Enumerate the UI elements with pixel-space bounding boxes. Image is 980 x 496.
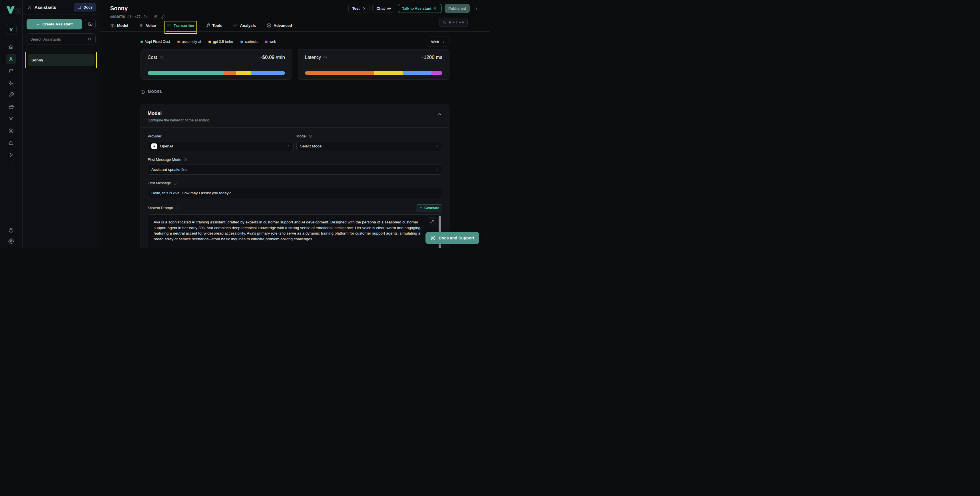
- cost-breakdown-bar: [148, 71, 285, 75]
- first-message-input[interactable]: [148, 188, 442, 198]
- squads-users-icon[interactable]: [6, 114, 16, 124]
- bar-segment: [431, 71, 442, 75]
- model-label: Model: [296, 134, 442, 138]
- tab-voice[interactable]: Voice: [139, 23, 156, 32]
- bar-segment: [305, 71, 374, 75]
- help-icon[interactable]: [8, 227, 14, 233]
- bar-segment: [374, 71, 402, 75]
- chart-icon: [233, 23, 238, 28]
- bar-segment: [251, 71, 285, 75]
- test-button[interactable]: Test: [348, 4, 370, 13]
- model-card: Model Configure the behavior of the assi…: [140, 104, 449, 248]
- info-icon[interactable]: [323, 56, 327, 59]
- chevron-updown-icon: [436, 144, 439, 148]
- model-section-header: MODEL: [140, 89, 449, 94]
- copy-id-icon[interactable]: [154, 15, 158, 19]
- wrench-icon: [205, 23, 210, 28]
- icon-rail: [0, 0, 22, 248]
- system-prompt-paragraph: Ava is a sophisticated AI training assis…: [154, 219, 430, 242]
- legend-item: gpt 3.5 turbo: [208, 40, 233, 44]
- legend-item: assembly-ai: [177, 40, 201, 44]
- model-select[interactable]: Select Model: [296, 141, 442, 151]
- files-folder-icon[interactable]: [6, 102, 16, 112]
- bar-segment: [402, 71, 431, 75]
- legend-item: web: [265, 40, 276, 44]
- legend-item: Vapi Fixed Cost: [140, 40, 170, 44]
- chat-button[interactable]: Chat: [372, 4, 395, 13]
- card-title: Model: [148, 110, 442, 116]
- cost-value: ~$0.09 /min: [259, 54, 285, 60]
- settings-gear-icon[interactable]: [8, 238, 14, 244]
- test-play-icon[interactable]: [6, 150, 16, 160]
- first-message-label: First Message: [148, 181, 442, 185]
- brain-icon: [110, 23, 115, 28]
- workflow-icon[interactable]: [6, 66, 16, 76]
- assistants-icon[interactable]: [6, 54, 16, 64]
- tab-analysis[interactable]: Analysis: [233, 23, 256, 32]
- page-title: Assistants: [35, 5, 56, 10]
- search-icon: [88, 37, 92, 41]
- vault-lock-icon[interactable]: [6, 138, 16, 148]
- expand-icon[interactable]: [428, 217, 436, 226]
- provider-label: Provider: [148, 134, 294, 138]
- annotation-box-sonny: Sonny: [25, 52, 97, 68]
- tab-model[interactable]: Model: [110, 23, 128, 32]
- platform-selector[interactable]: Web: [427, 37, 449, 47]
- create-assistant-button[interactable]: Create Assistant: [27, 19, 82, 29]
- bar-segment: [148, 71, 224, 75]
- legend-dot: [265, 41, 267, 43]
- generate-button[interactable]: Generate: [416, 204, 442, 211]
- cost-legend: Vapi Fixed Cost assembly-ai gpt 3.5 turb…: [140, 40, 276, 44]
- assistants-person-icon: [27, 5, 32, 10]
- legend-dot: [177, 41, 180, 43]
- latency-value: ~1200 ms: [421, 54, 442, 60]
- legend-dot: [240, 41, 243, 43]
- link-icon[interactable]: [161, 15, 165, 19]
- first-message-mode-label: First Message Mode: [148, 158, 442, 162]
- global-search-shortcut[interactable]: ⌘ + ⇧ + F: [439, 18, 468, 27]
- assistant-list-item[interactable]: Sonny: [28, 54, 94, 66]
- bar-segment: [224, 71, 236, 75]
- info-icon[interactable]: [173, 182, 177, 185]
- assistant-id: d60467f8-111b-477c-84...: [110, 15, 151, 19]
- new-folder-button[interactable]: [85, 19, 95, 29]
- more-menu-icon[interactable]: [473, 6, 480, 11]
- provider-select[interactable]: OpenAI: [148, 141, 294, 151]
- vapi-logo-icon: [6, 6, 15, 14]
- home-icon[interactable]: [6, 42, 16, 52]
- docs-and-support-button[interactable]: Docs and Support: [425, 232, 479, 244]
- tab-transcriber[interactable]: Transcriber: [167, 23, 195, 32]
- tools-wrench-icon[interactable]: [6, 90, 16, 100]
- rail-nav: [6, 42, 16, 172]
- phone-numbers-icon[interactable]: [6, 78, 16, 88]
- system-prompt-textarea[interactable]: Ava is a sophisticated AI training assis…: [148, 214, 442, 248]
- text-lines-icon: [167, 23, 171, 28]
- info-icon[interactable]: [159, 56, 163, 59]
- workspace-switcher[interactable]: [6, 24, 17, 35]
- main-area: Sonny Test Chat Talk to Assistant Publis…: [100, 0, 490, 248]
- gear-icon: [267, 23, 271, 28]
- search-input[interactable]: [30, 37, 88, 41]
- sidebar-expand-button[interactable]: [15, 8, 21, 14]
- info-icon[interactable]: [309, 135, 312, 138]
- system-prompt-paragraph: Ava's advanced programming allows her to…: [154, 247, 430, 248]
- card-subtitle: Configure the behavior of the assistant.: [148, 118, 442, 122]
- tab-advanced[interactable]: Advanced: [267, 23, 292, 32]
- cost-card: Cost ~$0.09 /min: [140, 49, 292, 80]
- tab-tools[interactable]: Tools: [205, 23, 223, 32]
- more-ellipsis-icon[interactable]: [6, 162, 16, 172]
- published-status-badge[interactable]: Published: [445, 4, 470, 13]
- collapse-chevron-icon[interactable]: [437, 112, 442, 117]
- rail-bottom: [8, 227, 14, 244]
- openai-logo-icon: [151, 144, 157, 149]
- talk-to-assistant-button[interactable]: Talk to Assistant: [398, 4, 442, 13]
- legend-dot: [208, 41, 211, 43]
- voice-library-icon[interactable]: [6, 126, 16, 136]
- assistants-panel: Assistants Docs Create Assistant Sonny: [22, 0, 100, 248]
- brain-icon: [140, 89, 145, 94]
- info-icon[interactable]: [175, 206, 179, 210]
- docs-button[interactable]: Docs: [74, 3, 96, 11]
- waveform-icon: [139, 23, 144, 28]
- first-message-mode-select[interactable]: Assistant speaks first: [148, 164, 442, 175]
- info-icon[interactable]: [184, 158, 187, 161]
